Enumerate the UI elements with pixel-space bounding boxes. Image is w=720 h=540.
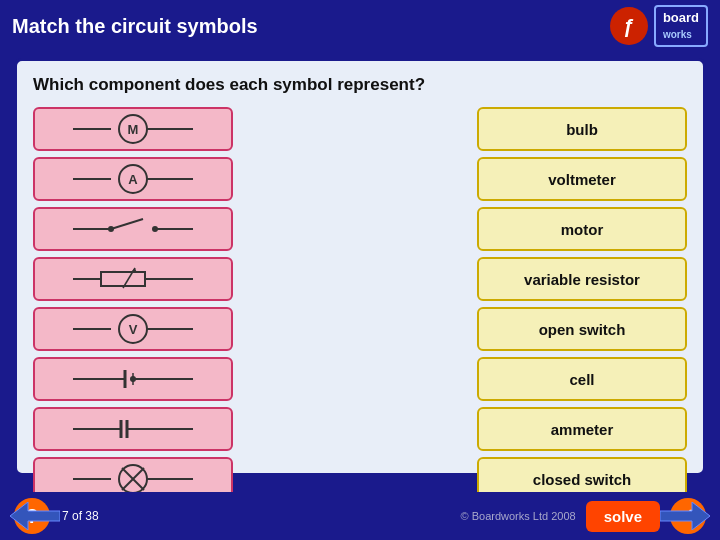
variable-resistor-symbol-svg — [73, 262, 193, 296]
logo-area: ƒ boardworks — [610, 5, 708, 46]
header: Match the circuit symbols ƒ boardworks — [0, 0, 720, 52]
voltmeter-symbol-svg: V — [73, 312, 193, 346]
svg-text:M: M — [128, 122, 139, 137]
page-title: Match the circuit symbols — [12, 15, 610, 38]
label-variable-resistor[interactable]: variable resistor — [477, 257, 687, 301]
copyright: © Boardworks Ltd 2008 — [461, 510, 576, 522]
columns-layout: M A — [33, 107, 687, 501]
svg-text:V: V — [129, 322, 138, 337]
motor-symbol-svg: M — [73, 112, 193, 146]
label-voltmeter[interactable]: voltmeter — [477, 157, 687, 201]
svg-marker-37 — [660, 502, 710, 530]
svg-rect-14 — [101, 272, 145, 286]
open-switch-symbol-svg — [73, 212, 193, 246]
svg-point-26 — [130, 376, 136, 382]
symbol-cell[interactable] — [33, 357, 233, 401]
bottom-bar: ? 7 of 38 © Boardworks Ltd 2008 solve ↺ — [0, 492, 720, 540]
solve-button[interactable]: solve — [586, 501, 660, 532]
label-ammeter[interactable]: ammeter — [477, 407, 687, 451]
label-motor[interactable]: motor — [477, 207, 687, 251]
page-info: 7 of 38 — [62, 509, 99, 523]
label-cell[interactable]: cell — [477, 357, 687, 401]
labels-column: bulb voltmeter motor variable resistor o… — [477, 107, 687, 501]
symbol-ammeter[interactable]: A — [33, 157, 233, 201]
nav-right-arrow[interactable] — [660, 502, 710, 534]
nav-left-arrow[interactable] — [10, 502, 60, 534]
bulb-symbol-svg — [73, 462, 193, 496]
svg-line-10 — [111, 219, 143, 229]
ammeter-symbol-svg: A — [73, 162, 193, 196]
symbol-motor[interactable]: M — [33, 107, 233, 151]
brand-icon: ƒ — [610, 7, 648, 45]
cell-symbol-svg — [73, 362, 193, 396]
label-bulb[interactable]: bulb — [477, 107, 687, 151]
symbol-voltmeter[interactable]: V — [33, 307, 233, 351]
label-open-switch[interactable]: open switch — [477, 307, 687, 351]
symbol-capacitor[interactable] — [33, 407, 233, 451]
capacitor-symbol-svg — [73, 412, 193, 446]
svg-marker-36 — [10, 502, 60, 530]
question-text: Which component does each symbol represe… — [33, 75, 687, 95]
symbol-open-switch[interactable] — [33, 207, 233, 251]
symbol-variable-resistor[interactable] — [33, 257, 233, 301]
symbols-column: M A — [33, 107, 233, 501]
main-content: Which component does each symbol represe… — [14, 58, 706, 476]
svg-text:A: A — [128, 172, 138, 187]
brand-logo: boardworks — [654, 5, 708, 46]
